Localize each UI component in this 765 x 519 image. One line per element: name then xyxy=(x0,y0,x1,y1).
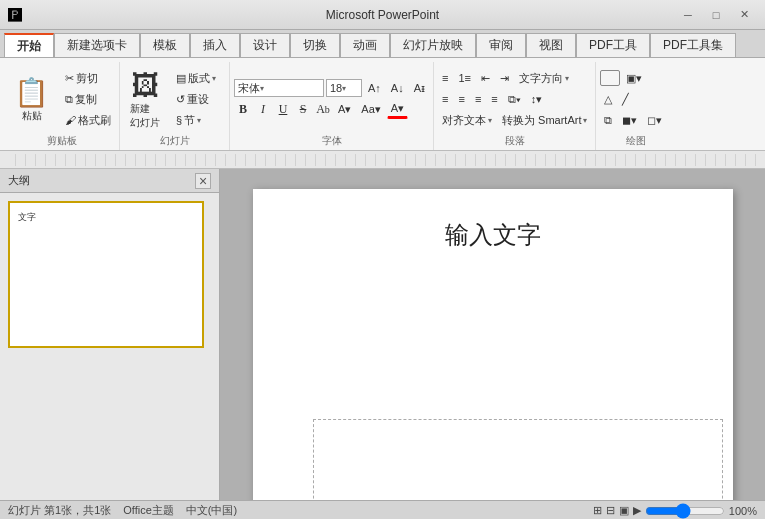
slide-content-box[interactable] xyxy=(313,419,723,500)
sidebar: 大纲 × 文字 xyxy=(0,169,220,500)
section-icon: § xyxy=(176,114,182,126)
slide-thumb-text: 文字 xyxy=(18,211,194,224)
tab-animation[interactable]: 动画 xyxy=(340,33,390,57)
align-text-arrow: ▾ xyxy=(488,116,492,125)
language-name: 中文(中国) xyxy=(186,503,237,518)
paste-icon: 📋 xyxy=(14,76,49,109)
reset-icon: ↺ xyxy=(176,93,185,106)
new-slide-icon: 🖼 xyxy=(131,69,159,102)
slide-sorter-button[interactable]: ⊟ xyxy=(606,504,615,517)
new-slide-button[interactable]: 🖼 新建幻灯片 xyxy=(124,65,166,134)
decrease-font-button[interactable]: A↓ xyxy=(387,80,408,96)
canvas-area: 输入文字 极 极光下载站 www.xz7.com xyxy=(220,169,765,500)
maximize-button[interactable]: □ xyxy=(703,5,729,25)
slides-group: 🖼 新建幻灯片 ▤ 版式 ▾ ↺ 重设 § xyxy=(120,62,230,150)
tab-transition[interactable]: 切换 xyxy=(290,33,340,57)
layout-button[interactable]: ▤ 版式 ▾ xyxy=(172,69,220,88)
normal-view-button[interactable]: ⊞ xyxy=(593,504,602,517)
tab-slideshow[interactable]: 幻灯片放映 xyxy=(390,33,476,57)
increase-indent-button[interactable]: ⇥ xyxy=(496,70,513,87)
bullets-button[interactable]: ≡ xyxy=(438,70,452,86)
clipboard-group: 📋 粘贴 ✂剪切 ⧉复制 🖌格式刷 剪贴板 xyxy=(4,62,120,150)
section-button[interactable]: § 节 ▾ xyxy=(172,111,220,130)
underline-button[interactable]: U xyxy=(274,101,292,119)
bold-button[interactable]: B xyxy=(234,101,252,119)
convert-smartart-button[interactable]: 转换为 SmartArt ▾ xyxy=(498,111,591,130)
tab-design[interactable]: 设计 xyxy=(240,33,290,57)
sidebar-content: 文字 xyxy=(0,193,219,500)
drawing-group: ▣▾ △ ╱ ⧉ ◼▾ ◻▾ 绘图 xyxy=(596,62,676,150)
cut-button[interactable]: ✂剪切 xyxy=(61,69,115,88)
paste-button[interactable]: 📋 粘贴 xyxy=(8,72,55,127)
triangle-button[interactable]: △ xyxy=(600,91,616,108)
sidebar-close-button[interactable]: × xyxy=(195,173,211,189)
char-spacing-button[interactable]: A▾ xyxy=(334,101,355,118)
fill-button[interactable]: ◼▾ xyxy=(618,112,641,129)
reading-view-button[interactable]: ▣ xyxy=(619,504,629,517)
align-right-button[interactable]: ≡ xyxy=(471,91,485,107)
font-color-button[interactable]: A▾ xyxy=(387,100,408,119)
window-controls: ─ □ ✕ xyxy=(675,5,757,25)
layout-dropdown-arrow: ▾ xyxy=(212,74,216,83)
text-dir-arrow: ▾ xyxy=(565,74,569,83)
theme-name: Office主题 xyxy=(123,503,174,518)
title-text: Microsoft PowerPoint xyxy=(326,8,439,22)
copy-button[interactable]: ⧉复制 xyxy=(61,90,115,109)
clear-format-button[interactable]: Aᵻ xyxy=(410,80,429,97)
align-left-button[interactable]: ≡ xyxy=(438,91,452,107)
tab-review[interactable]: 审阅 xyxy=(476,33,526,57)
tab-start[interactable]: 开始 xyxy=(4,33,54,57)
tab-new[interactable]: 新建选项卡 xyxy=(54,33,140,57)
tab-pdf-tools-set[interactable]: PDF工具集 xyxy=(650,33,736,57)
zoom-slider[interactable] xyxy=(645,506,725,516)
increase-font-button[interactable]: A↑ xyxy=(364,80,385,96)
font-name-input[interactable]: 宋体 ▾ xyxy=(234,79,324,97)
minimize-button[interactable]: ─ xyxy=(675,5,701,25)
font-size-case-button[interactable]: Aa▾ xyxy=(357,101,384,118)
copy-icon: ⧉ xyxy=(65,93,73,106)
italic-button[interactable]: I xyxy=(254,101,272,119)
strikethrough-button[interactable]: S xyxy=(294,101,312,119)
slide-count: 幻灯片 第1张，共1张 xyxy=(8,503,111,518)
shapes-more-button[interactable]: ▣▾ xyxy=(622,70,646,87)
paintbrush-icon: 🖌 xyxy=(65,114,76,126)
ruler xyxy=(0,151,765,169)
clipboard-label: 剪贴板 xyxy=(4,134,119,148)
tab-insert[interactable]: 插入 xyxy=(190,33,240,57)
ribbon-tabs: 开始 新建选项卡 模板 插入 设计 切换 动画 幻灯片放映 审阅 视图 PDF工… xyxy=(0,30,765,58)
align-text-button[interactable]: 对齐文本 ▾ xyxy=(438,111,496,130)
decrease-indent-button[interactable]: ⇤ xyxy=(477,70,494,87)
format-painter-button[interactable]: 🖌格式刷 xyxy=(61,111,115,130)
align-center-button[interactable]: ≡ xyxy=(454,91,468,107)
shadow-button[interactable]: Ab xyxy=(314,101,332,119)
font-name-dropdown: ▾ xyxy=(260,84,264,93)
tab-pdf-tools[interactable]: PDF工具 xyxy=(576,33,650,57)
reset-button[interactable]: ↺ 重设 xyxy=(172,90,220,109)
arrange-button[interactable]: ⧉ xyxy=(600,112,616,129)
slide-canvas: 输入文字 极 极光下载站 www.xz7.com xyxy=(253,189,733,500)
line-spacing-button[interactable]: ↕▾ xyxy=(527,91,547,108)
columns-button[interactable]: ⧉▾ xyxy=(504,91,525,108)
slides-label: 幻灯片 xyxy=(120,134,229,148)
font-size-input[interactable]: 18 ▾ xyxy=(326,79,362,97)
font-size-dropdown: ▾ xyxy=(342,84,346,93)
draw-label: 绘图 xyxy=(596,134,676,148)
app-icon: 🅿 xyxy=(8,7,22,23)
text-direction-button[interactable]: 文字方向 ▾ xyxy=(515,69,573,88)
justify-button[interactable]: ≡ xyxy=(487,91,501,107)
slide-thumbnail[interactable]: 文字 xyxy=(8,201,204,348)
slide-title[interactable]: 输入文字 xyxy=(445,219,541,251)
para-label: 段落 xyxy=(434,134,595,148)
paragraph-group: ≡ 1≡ ⇤ ⇥ 文字方向 ▾ ≡ ≡ ≡ ≡ ⧉▾ xyxy=(434,62,596,150)
close-button[interactable]: ✕ xyxy=(731,5,757,25)
tab-template[interactable]: 模板 xyxy=(140,33,190,57)
outline-button[interactable]: ◻▾ xyxy=(643,112,666,129)
layout-icon: ▤ xyxy=(176,72,186,85)
rectangle-button[interactable] xyxy=(600,70,620,86)
tab-view[interactable]: 视图 xyxy=(526,33,576,57)
sidebar-title: 大纲 xyxy=(8,173,30,188)
numbering-button[interactable]: 1≡ xyxy=(454,70,475,86)
line-button[interactable]: ╱ xyxy=(618,91,633,108)
zoom-level: 100% xyxy=(729,505,757,517)
slideshow-button[interactable]: ▶ xyxy=(633,504,641,517)
